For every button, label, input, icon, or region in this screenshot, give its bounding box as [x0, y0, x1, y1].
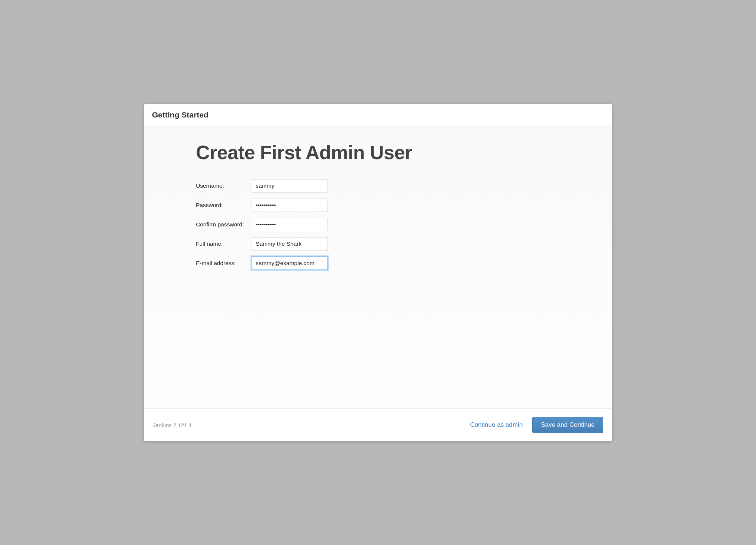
password-row: Password:: [196, 196, 328, 215]
confirm-password-input[interactable]: [252, 218, 328, 231]
confirm-password-row: Confirm password:: [196, 215, 328, 234]
email-row: E-mail address:: [196, 254, 328, 273]
header-title: Getting Started: [152, 110, 604, 119]
continue-as-admin-button[interactable]: Continue as admin: [470, 421, 523, 429]
email-label: E-mail address:: [196, 260, 236, 266]
username-label: Username:: [196, 183, 224, 189]
footer-actions: Continue as admin Save and Continue: [470, 417, 603, 433]
email-input[interactable]: [252, 257, 328, 270]
dialog-body: Create First Admin User Username: Passwo…: [144, 126, 612, 408]
username-row: Username:: [196, 176, 328, 196]
version-text: Jenkins 2.121.1: [153, 422, 192, 428]
setup-wizard-dialog: Getting Started Create First Admin User …: [144, 104, 612, 441]
fullname-input[interactable]: [252, 237, 328, 251]
fullname-row: Full name:: [196, 234, 328, 254]
confirm-password-label: Confirm password:: [196, 221, 244, 228]
dialog-header: Getting Started: [144, 104, 612, 126]
dialog-footer: Jenkins 2.121.1 Continue as admin Save a…: [144, 408, 612, 441]
page-title: Create First Admin User: [196, 141, 605, 164]
password-label: Password:: [196, 202, 223, 208]
save-and-continue-button[interactable]: Save and Continue: [532, 417, 603, 433]
admin-user-form: Username: Password: Confirm password: Fu…: [196, 176, 328, 273]
fullname-label: Full name:: [196, 241, 223, 247]
username-input[interactable]: [252, 179, 328, 193]
password-input[interactable]: [252, 199, 328, 212]
